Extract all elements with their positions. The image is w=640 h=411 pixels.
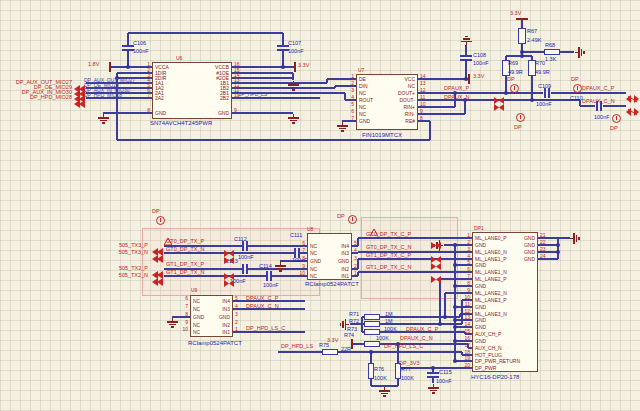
value-label[interactable]: R71: [349, 311, 359, 317]
port-diamond-icon[interactable]: [626, 102, 639, 110]
diffpair-icon[interactable]: [224, 273, 234, 280]
capacitor-body-c109[interactable]: [548, 88, 550, 98]
wire[interactable]: [506, 55, 532, 57]
value-label[interactable]: C106: [133, 40, 146, 46]
value-label[interactable]: 100nF: [238, 254, 254, 260]
value-label[interactable]: R69: [508, 60, 518, 66]
wire[interactable]: [232, 72, 293, 74]
wire[interactable]: [522, 51, 544, 53]
power-bar-icon[interactable]: [109, 62, 111, 72]
value-label[interactable]: 100nF: [133, 48, 149, 54]
ground-icon[interactable]: [339, 128, 346, 130]
ground-icon[interactable]: [430, 390, 437, 392]
wire[interactable]: [432, 378, 434, 383]
net-label[interactable]: 1.8V: [88, 61, 99, 67]
net-label[interactable]: 3.3V: [473, 73, 484, 79]
wire[interactable]: [465, 45, 467, 55]
capacitor-body-c114[interactable]: [266, 271, 268, 281]
dp-directive-icon[interactable]: [612, 114, 621, 123]
ground-icon[interactable]: [576, 235, 578, 242]
wire[interactable]: [580, 105, 595, 107]
wire[interactable]: [357, 238, 359, 246]
wire[interactable]: [439, 279, 441, 324]
value-label[interactable]: 100nF: [436, 378, 452, 384]
wire[interactable]: [127, 33, 129, 45]
value-label[interactable]: 100nF: [473, 60, 489, 66]
dp-directive-icon[interactable]: [510, 84, 519, 93]
port-arrow-icon[interactable]: [74, 94, 86, 102]
net-label[interactable]: DPAUX_C_N: [246, 303, 279, 309]
value-label[interactable]: 49.9R: [508, 69, 523, 75]
ground-icon[interactable]: [573, 233, 575, 244]
wire[interactable]: [282, 33, 284, 45]
ground-icon[interactable]: [578, 237, 580, 240]
wire[interactable]: [232, 82, 327, 84]
value-label[interactable]: R74: [344, 332, 354, 338]
capacitor-body-c108[interactable]: [460, 59, 472, 61]
wire[interactable]: [444, 293, 446, 317]
resistor-body-r67[interactable]: [518, 28, 526, 44]
net-label[interactable]: DP: [507, 76, 515, 82]
power-bar-icon[interactable]: [294, 62, 296, 72]
wire[interactable]: [278, 351, 322, 353]
ground-icon[interactable]: [432, 392, 435, 394]
value-label[interactable]: 100nF: [263, 282, 279, 288]
net-label[interactable]: 505_TX3_N: [100, 249, 148, 255]
resistor-body-r72[interactable]: [364, 321, 380, 327]
ground-icon[interactable]: [342, 321, 344, 328]
ground-icon[interactable]: [345, 319, 347, 330]
ground-icon[interactable]: [463, 38, 470, 40]
value-label[interactable]: R70: [535, 60, 545, 66]
ground-icon[interactable]: [465, 36, 468, 38]
net-label[interactable]: 3.3V: [298, 62, 309, 68]
ground-icon[interactable]: [292, 89, 295, 91]
ground-icon[interactable]: [581, 49, 583, 56]
net-label[interactable]: DPAUX_C_P: [582, 85, 614, 91]
wire[interactable]: [357, 272, 359, 276]
net-label[interactable]: DPAUX_C_N: [582, 98, 615, 104]
diffpair-icon[interactable]: [431, 235, 441, 242]
value-label[interactable]: R72: [349, 318, 359, 324]
wire[interactable]: [418, 113, 465, 115]
triangle-directive-icon[interactable]: [164, 231, 172, 238]
wire[interactable]: [117, 139, 430, 141]
diffpair-icon[interactable]: [224, 266, 234, 273]
wire[interactable]: [358, 237, 472, 239]
wire[interactable]: [357, 259, 359, 269]
net-label[interactable]: DP_HPD_LS_C: [246, 325, 285, 331]
capacitor-body-c113[interactable]: [242, 264, 244, 274]
net-label[interactable]: GT1_DP_TX_C_P: [366, 252, 411, 258]
capacitor-body-c112[interactable]: [242, 241, 244, 251]
ground-icon[interactable]: [340, 323, 342, 326]
net-label[interactable]: DPAUX_C_N: [400, 335, 433, 341]
net-label[interactable]: GT0_DP_TX_N: [166, 246, 205, 252]
wire[interactable]: [531, 76, 533, 100]
wire[interactable]: [128, 32, 283, 34]
capacitor-body-c113[interactable]: [246, 264, 248, 274]
diffpair-icon[interactable]: [224, 250, 234, 257]
value-label[interactable]: 22R: [341, 346, 351, 352]
wire[interactable]: [361, 317, 363, 332]
ground-icon[interactable]: [279, 270, 282, 272]
wire[interactable]: [603, 105, 626, 107]
value-label[interactable]: 1.3K: [545, 56, 556, 62]
ground-icon[interactable]: [379, 390, 390, 392]
wire[interactable]: [560, 51, 574, 53]
net-label[interactable]: 3.3V: [510, 10, 521, 16]
diffpair-icon[interactable]: [431, 269, 441, 276]
resistor-body-r74[interactable]: [364, 341, 380, 347]
wire[interactable]: [232, 97, 320, 99]
value-label[interactable]: C108: [473, 52, 486, 58]
net-label[interactable]: DPAUX_P: [444, 85, 469, 91]
net-label[interactable]: 505_TX3_P: [100, 242, 148, 248]
value-label[interactable]: 100nF: [288, 48, 304, 54]
wire[interactable]: [521, 19, 523, 28]
net-label[interactable]: DP_3V3: [399, 360, 420, 366]
ground-icon[interactable]: [288, 117, 299, 119]
net-label[interactable]: DP_HPD_MIO28: [2, 94, 72, 100]
ground-icon[interactable]: [277, 268, 284, 270]
value-label[interactable]: 100K: [376, 335, 389, 341]
resistor-body-r75[interactable]: [322, 349, 338, 355]
wire[interactable]: [429, 121, 431, 140]
value-label[interactable]: 100K: [401, 375, 414, 381]
